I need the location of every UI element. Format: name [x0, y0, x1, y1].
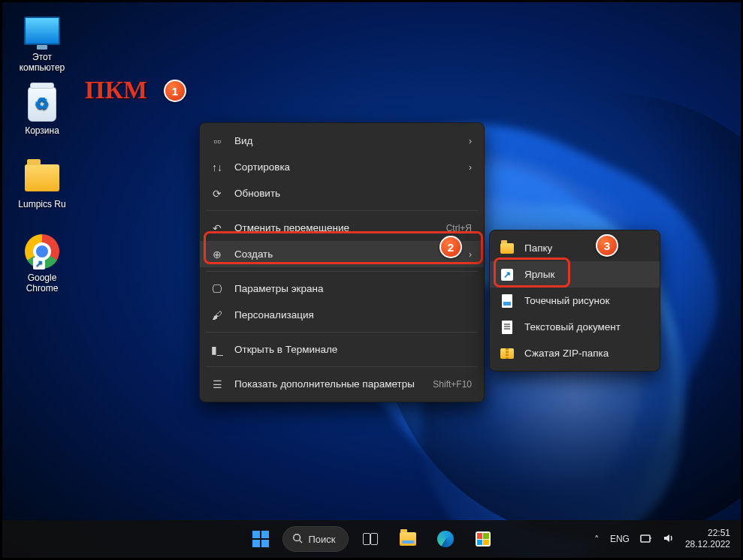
- desktop-icon-this-pc[interactable]: Этот компьютер: [11, 13, 73, 73]
- microsoft-store-icon: [476, 531, 491, 546]
- svg-line-1: [299, 540, 302, 543]
- annotation-badge-2: 2: [439, 236, 462, 258]
- tray-date: 28.12.2022: [685, 539, 730, 550]
- text-document-icon: [502, 321, 512, 334]
- search-label: Поиск: [308, 534, 335, 545]
- start-button[interactable]: [244, 523, 276, 555]
- menu-item-display-settings[interactable]: 🖵 Параметры экрана: [200, 275, 484, 302]
- desktop-icon-recycle-bin[interactable]: ♻ Корзина: [11, 86, 73, 136]
- taskbar-app-explorer[interactable]: [392, 523, 424, 555]
- desktop-icon-label: Этот компьютер: [11, 52, 73, 73]
- monitor-icon: [24, 17, 60, 45]
- desktop-icon-lumpics-folder[interactable]: Lumpics Ru: [11, 160, 73, 209]
- new-submenu: Папку Ярлык Точечный рисунок Текстовый д…: [489, 230, 660, 372]
- annotation-badge-1: 1: [164, 80, 186, 102]
- menu-item-personalization[interactable]: 🖌 Персонализация: [200, 302, 484, 328]
- folder-icon: [500, 243, 514, 254]
- display-icon: 🖵: [210, 283, 224, 295]
- desktop[interactable]: Этот компьютер ♻ Корзина Lumpics Ru ↗ Go…: [2, 2, 741, 558]
- bitmap-icon: [502, 294, 512, 308]
- undo-icon: ↶: [210, 222, 224, 234]
- menu-item-more-options[interactable]: ☰ Показать дополнительные параметры Shif…: [200, 371, 484, 397]
- volume-icon[interactable]: [663, 532, 675, 546]
- menu-item-open-terminal[interactable]: ▮_ Открыть в Терминале: [200, 336, 484, 363]
- submenu-item-bitmap[interactable]: Точечный рисунок: [490, 288, 660, 314]
- submenu-item-textdoc[interactable]: Текстовый документ: [490, 314, 660, 340]
- chevron-right-icon: ›: [469, 249, 472, 260]
- tray-time: 22:51: [685, 528, 730, 539]
- taskbar-search[interactable]: Поиск: [282, 526, 348, 552]
- brush-icon: 🖌: [210, 309, 224, 321]
- desktop-icon-label: Google Chrome: [11, 272, 73, 294]
- search-icon: [291, 533, 302, 546]
- folder-icon: [25, 164, 59, 191]
- task-view-icon: [363, 533, 378, 545]
- submenu-item-folder[interactable]: Папку: [490, 235, 660, 261]
- svg-point-0: [293, 534, 300, 540]
- chevron-right-icon: ›: [469, 136, 472, 146]
- menu-separator: [206, 271, 478, 272]
- refresh-icon: ⟳: [210, 188, 224, 200]
- taskbar: Поиск ˄ ENG 22:51 28.12.2022: [2, 520, 741, 558]
- view-icon: ▫▫: [210, 135, 224, 147]
- desktop-icon-label: Lumpics Ru: [11, 199, 73, 209]
- desktop-context-menu: ▫▫ Вид › ↑↓ Сортировка › ⟳ Обновить ↶ От…: [199, 122, 485, 402]
- menu-item-refresh[interactable]: ⟳ Обновить: [200, 180, 484, 206]
- terminal-icon: ▮_: [210, 344, 224, 356]
- task-view-button[interactable]: [355, 523, 386, 555]
- tray-language[interactable]: ENG: [610, 534, 630, 544]
- sort-icon: ↑↓: [210, 161, 224, 173]
- file-explorer-icon: [400, 532, 416, 546]
- menu-separator: [206, 332, 478, 333]
- shortcut-icon: [501, 269, 513, 281]
- taskbar-app-store[interactable]: [467, 523, 499, 555]
- menu-item-sort[interactable]: ↑↓ Сортировка ›: [200, 154, 484, 180]
- shortcut-arrow-icon: ↗: [33, 257, 45, 269]
- menu-item-view[interactable]: ▫▫ Вид ›: [200, 128, 484, 154]
- desktop-icon-label: Корзина: [11, 125, 73, 136]
- menu-item-undo-move[interactable]: ↶ Отменить перемещение Ctrl+Я: [200, 215, 484, 241]
- annotation-badge-3: 3: [596, 234, 618, 257]
- submenu-item-shortcut[interactable]: Ярлык: [490, 261, 660, 288]
- plus-circle-icon: ⊕: [210, 248, 224, 260]
- tray-clock[interactable]: 22:51 28.12.2022: [685, 528, 730, 550]
- taskbar-app-edge[interactable]: [430, 523, 461, 555]
- network-icon[interactable]: [640, 532, 652, 546]
- menu-separator: [206, 210, 478, 211]
- system-tray: ˄ ENG 22:51 28.12.2022: [594, 520, 730, 558]
- keyboard-shortcut: Shift+F10: [433, 379, 472, 390]
- zip-folder-icon: [500, 348, 514, 359]
- annotation-rmb-label: ПКМ: [85, 76, 147, 104]
- recycle-bin-icon: ♻: [28, 87, 56, 122]
- tray-overflow-button[interactable]: ˄: [594, 534, 600, 545]
- more-icon: ☰: [210, 378, 224, 390]
- svg-rect-2: [641, 535, 650, 542]
- keyboard-shortcut: Ctrl+Я: [446, 223, 472, 233]
- windows-logo-icon: [252, 531, 268, 547]
- menu-separator: [206, 366, 478, 367]
- chevron-right-icon: ›: [469, 162, 472, 173]
- submenu-item-zip[interactable]: Сжатая ZIP-папка: [490, 340, 660, 366]
- desktop-icon-chrome[interactable]: ↗ Google Chrome: [11, 233, 73, 294]
- edge-icon: [437, 531, 454, 547]
